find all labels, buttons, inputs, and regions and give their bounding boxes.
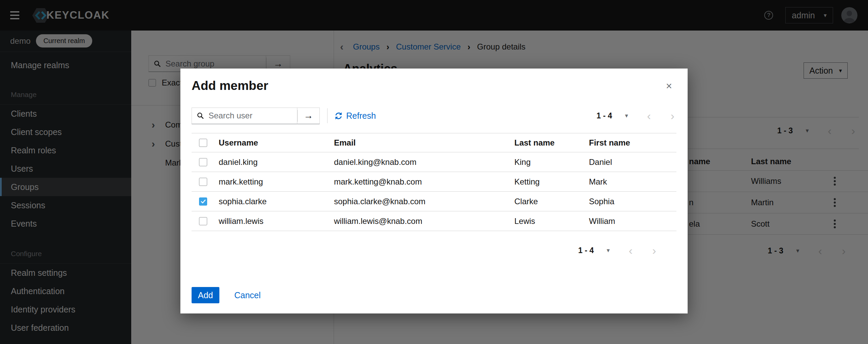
last-name-column-header: Last name — [509, 138, 584, 148]
first-name-column-header: First name — [584, 138, 676, 148]
checkbox-cell — [192, 197, 214, 206]
users-table-header: Username Email Last name First name — [192, 133, 676, 152]
previous-page-button[interactable]: ‹ — [629, 245, 632, 256]
caret-down-icon[interactable]: ▾ — [607, 247, 610, 253]
user-row: daniel.kingdaniel.king@knab.comKingDanie… — [192, 152, 676, 172]
email-cell: sophia.clarke@knab.com — [329, 197, 509, 206]
refresh-button[interactable]: Refresh — [334, 111, 376, 121]
pagination-range[interactable]: 1 - 4 — [578, 246, 594, 255]
select-all-checkbox[interactable] — [199, 139, 207, 147]
last-name-cell: Ketting — [509, 177, 584, 187]
last-name-cell: King — [509, 157, 584, 167]
add-member-modal: Add member × → — [180, 69, 688, 313]
checkbox-cell — [192, 158, 214, 166]
modal-footer: Add Cancel — [192, 287, 261, 303]
add-button[interactable]: Add — [192, 287, 219, 303]
username-cell: daniel.king — [214, 157, 329, 167]
users-table-rows: daniel.kingdaniel.king@knab.comKingDanie… — [192, 152, 676, 231]
close-icon[interactable]: × — [666, 81, 672, 91]
user-row: sophia.clarkesophia.clarke@knab.comClark… — [192, 192, 676, 211]
next-page-button[interactable]: › — [652, 245, 656, 256]
pagination-range[interactable]: 1 - 4 — [596, 111, 612, 120]
user-search-submit-button[interactable]: → — [297, 108, 320, 124]
refresh-icon — [334, 112, 343, 120]
checkbox-cell — [192, 217, 214, 225]
last-name-cell: Lewis — [509, 216, 584, 226]
email-column-header: Email — [329, 138, 509, 148]
users-table: Username Email Last name First name dani… — [192, 133, 676, 231]
username-cell: sophia.clarke — [214, 197, 329, 206]
first-name-cell: Daniel — [584, 157, 676, 167]
user-search-box — [192, 108, 297, 124]
row-checkbox-checked[interactable] — [199, 197, 207, 206]
row-checkbox[interactable] — [199, 217, 207, 225]
row-checkbox[interactable] — [199, 178, 207, 186]
search-icon — [197, 112, 204, 119]
keycloak-admin-console: KEYCLOAK ? admin ▾ demo Current realm Ma… — [0, 0, 868, 344]
user-search: → — [192, 108, 320, 124]
email-cell: daniel.king@knab.com — [329, 157, 509, 167]
previous-page-button[interactable]: ‹ — [647, 110, 651, 121]
user-pagination-bottom-wrap: 1 - 4 ▾ ‹ › — [192, 245, 676, 256]
user-search-input[interactable] — [208, 111, 294, 121]
select-all-cell — [192, 139, 214, 147]
row-checkbox[interactable] — [199, 158, 207, 166]
cancel-button[interactable]: Cancel — [234, 290, 261, 300]
user-pagination-bottom: 1 - 4 ▾ ‹ › — [578, 245, 656, 256]
email-cell: william.lewis@knab.com — [329, 216, 509, 226]
first-name-cell: Mark — [584, 177, 676, 187]
caret-down-icon[interactable]: ▾ — [625, 113, 628, 119]
email-cell: mark.ketting@knab.com — [329, 177, 509, 187]
last-name-cell: Clarke — [509, 197, 584, 206]
first-name-cell: Sophia — [584, 197, 676, 206]
first-name-cell: William — [584, 216, 676, 226]
modal-title: Add member — [192, 69, 676, 93]
username-cell: mark.ketting — [214, 177, 329, 187]
user-row: mark.kettingmark.ketting@knab.comKetting… — [192, 172, 676, 192]
user-row: william.lewiswilliam.lewis@knab.comLewis… — [192, 211, 676, 231]
username-column-header: Username — [214, 138, 329, 148]
modal-toolbar: → Refresh 1 - 4 ▾ ‹ › — [192, 107, 676, 124]
divider — [327, 108, 328, 123]
checkbox-cell — [192, 178, 214, 186]
refresh-label: Refresh — [346, 111, 376, 121]
next-page-button[interactable]: › — [671, 110, 674, 121]
username-cell: william.lewis — [214, 216, 329, 226]
user-pagination-top: 1 - 4 ▾ ‹ › — [596, 110, 674, 121]
arrow-right-icon: → — [304, 110, 313, 121]
